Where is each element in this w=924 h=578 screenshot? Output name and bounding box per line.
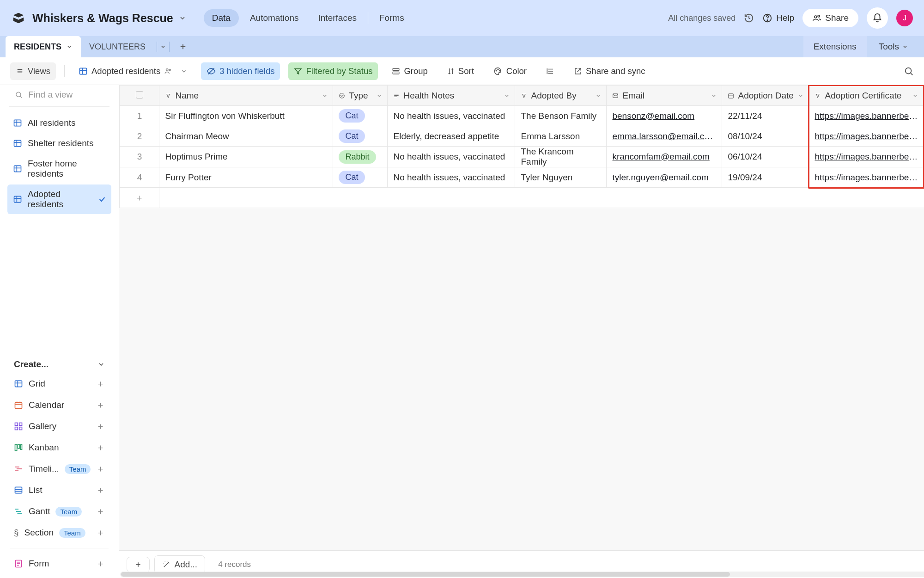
find-view-search[interactable] xyxy=(0,85,119,105)
cell-email[interactable]: bensonz@email.com xyxy=(607,106,722,126)
cell-health[interactable]: No health issues, vaccinated xyxy=(388,167,515,188)
cell-type[interactable]: Cat xyxy=(333,167,388,188)
cell-health[interactable]: No health issues, vaccinated xyxy=(388,147,515,167)
cert-link[interactable]: https://images.bannerbea... xyxy=(815,131,918,141)
create-timeline[interactable]: Timeli... Team ＋ xyxy=(10,458,109,480)
cell-name[interactable]: Sir Fluffington von Whiskerbutt xyxy=(159,106,333,126)
create-kanban[interactable]: Kanban ＋ xyxy=(10,437,109,458)
base-name[interactable]: Whiskers & Wags Rescue xyxy=(32,12,186,25)
add-menu-button[interactable]: Add... xyxy=(154,555,205,574)
row-number[interactable]: 1 xyxy=(120,106,159,126)
chevron-down-icon[interactable] xyxy=(322,92,328,99)
cell-adopted-by[interactable]: Tyler Nguyen xyxy=(515,167,607,188)
col-header-email[interactable]: Email xyxy=(607,86,722,106)
cell-date[interactable]: 19/09/24 xyxy=(722,167,809,188)
filter-chip[interactable]: Filtered by Status xyxy=(288,62,378,80)
cell-date[interactable]: 06/10/24 xyxy=(722,147,809,167)
col-header-adoption-date[interactable]: Adoption Date xyxy=(722,86,809,106)
group-button[interactable]: Group xyxy=(386,62,433,80)
view-item-foster-home-residents[interactable]: Foster home residents xyxy=(7,154,111,184)
chevron-down-icon[interactable] xyxy=(66,43,73,50)
grid-scroll[interactable]: Name Type Health Notes Adopted By xyxy=(119,85,924,550)
tab-interfaces[interactable]: Interfaces xyxy=(310,9,365,27)
create-list[interactable]: List ＋ xyxy=(10,480,109,501)
help-button[interactable]: Help xyxy=(762,13,794,23)
create-calendar[interactable]: Calendar ＋ xyxy=(10,394,109,416)
create-section[interactable]: § Section Team ＋ xyxy=(10,522,109,543)
cell-email[interactable]: tyler.nguyen@email.com xyxy=(607,167,722,188)
row-number[interactable]: 4 xyxy=(120,167,159,188)
email-link[interactable]: krancomfam@email.com xyxy=(612,152,716,162)
share-button[interactable]: Share xyxy=(802,9,858,27)
notifications-button[interactable] xyxy=(867,7,888,29)
cell-type[interactable]: Cat xyxy=(333,106,388,126)
share-sync-button[interactable]: Share and sync xyxy=(568,62,651,80)
add-record-button[interactable] xyxy=(127,557,150,572)
find-view-input[interactable] xyxy=(28,90,109,100)
cell-cert[interactable]: https://images.bannerbea... xyxy=(809,126,924,147)
cell-date[interactable]: 08/10/24 xyxy=(722,126,809,147)
create-gallery[interactable]: Gallery ＋ xyxy=(10,416,109,437)
add-table-button[interactable] xyxy=(172,43,194,51)
view-item-all-residents[interactable]: All residents xyxy=(7,113,111,133)
cell-health[interactable]: No health issues, vaccinated xyxy=(388,106,515,126)
col-header-adoption-cert[interactable]: Adoption Certificate xyxy=(809,86,924,106)
cell-type[interactable]: Cat xyxy=(333,126,388,147)
views-toggle[interactable]: Views xyxy=(10,62,56,80)
cell-date[interactable]: 22/11/24 xyxy=(722,106,809,126)
table-row[interactable]: 3Hoptimus PrimeRabbitNo health issues, v… xyxy=(120,147,924,167)
extensions-button[interactable]: Extensions xyxy=(803,36,867,57)
table-row[interactable]: 2Chairman MeowCatElderly, decreased appe… xyxy=(120,126,924,147)
color-button[interactable]: Color xyxy=(488,62,532,80)
chevron-down-icon[interactable] xyxy=(797,92,804,99)
table-tab-volunteers[interactable]: VOLUNTEERS xyxy=(81,36,154,57)
col-header-name[interactable]: Name xyxy=(159,86,333,106)
chevron-down-icon[interactable] xyxy=(595,92,602,99)
col-header-adopted-by[interactable]: Adopted By xyxy=(515,86,607,106)
select-all-header[interactable] xyxy=(120,86,159,106)
table-row[interactable]: 1Sir Fluffington von WhiskerbuttCatNo he… xyxy=(120,106,924,126)
create-header[interactable]: Create... xyxy=(10,356,109,373)
tools-button[interactable]: Tools xyxy=(869,36,918,57)
cell-cert[interactable]: https://images.bannerbea... xyxy=(809,147,924,167)
cell-name[interactable]: Furry Potter xyxy=(159,167,333,188)
cert-link[interactable]: https://images.bannerbea... xyxy=(815,172,918,183)
table-row[interactable]: 4Furry PotterCatNo health issues, vaccin… xyxy=(120,167,924,188)
cell-adopted-by[interactable]: Emma Larsson xyxy=(515,126,607,147)
checkbox-icon[interactable] xyxy=(136,91,143,98)
row-number[interactable]: 3 xyxy=(120,147,159,167)
search-records-button[interactable] xyxy=(904,66,914,76)
email-link[interactable]: emma.larsson@email.com xyxy=(612,131,716,141)
scrollbar-thumb[interactable] xyxy=(121,572,729,577)
cell-name[interactable]: Chairman Meow xyxy=(159,126,333,147)
tab-data[interactable]: Data xyxy=(204,9,239,27)
cert-link[interactable]: https://images.bannerbea... xyxy=(815,111,918,121)
cell-cert[interactable]: https://images.bannerbea... xyxy=(809,167,924,188)
cell-cert[interactable]: https://images.bannerbea... xyxy=(809,106,924,126)
col-header-health[interactable]: Health Notes xyxy=(388,86,515,106)
chevron-down-icon[interactable] xyxy=(711,92,717,99)
cell-adopted-by[interactable]: The Benson Family xyxy=(515,106,607,126)
cert-link[interactable]: https://images.bannerbea... xyxy=(815,152,918,162)
tables-menu-chevron-icon[interactable] xyxy=(160,43,166,50)
view-item-adopted-residents[interactable]: Adopted residents xyxy=(7,184,111,214)
create-grid[interactable]: Grid ＋ xyxy=(10,373,109,394)
current-view-chip[interactable]: Adopted residents xyxy=(73,62,193,80)
sort-button[interactable]: Sort xyxy=(442,62,480,80)
tab-automations[interactable]: Automations xyxy=(242,9,307,27)
cell-email[interactable]: emma.larsson@email.com xyxy=(607,126,722,147)
history-icon[interactable] xyxy=(744,13,754,23)
horizontal-scrollbar[interactable] xyxy=(120,572,924,577)
add-row-plus[interactable]: ＋ xyxy=(120,188,159,208)
chevron-down-icon[interactable] xyxy=(181,68,187,74)
chevron-down-icon[interactable] xyxy=(504,92,510,99)
cell-adopted-by[interactable]: The Krancom Family xyxy=(515,147,607,167)
view-item-shelter-residents[interactable]: Shelter residents xyxy=(7,134,111,153)
cell-name[interactable]: Hoptimus Prime xyxy=(159,147,333,167)
cell-type[interactable]: Rabbit xyxy=(333,147,388,167)
create-form[interactable]: Form ＋ xyxy=(10,553,109,574)
row-number[interactable]: 2 xyxy=(120,126,159,147)
email-link[interactable]: tyler.nguyen@email.com xyxy=(612,172,716,183)
hidden-fields-chip[interactable]: 3 hidden fields xyxy=(201,62,280,80)
avatar[interactable]: J xyxy=(896,10,913,26)
